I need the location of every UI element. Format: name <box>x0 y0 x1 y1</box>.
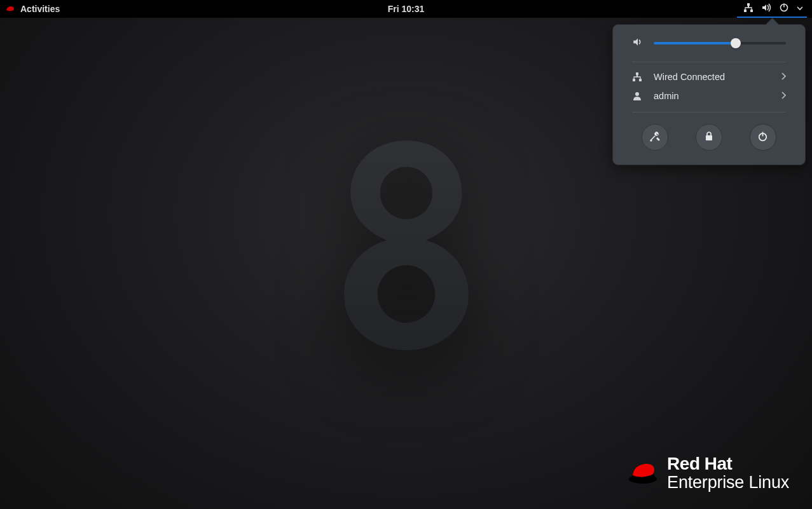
network-wired-icon <box>632 72 642 82</box>
wallpaper-8-glyph <box>340 140 473 353</box>
user-icon <box>632 91 642 101</box>
svg-rect-0 <box>747 3 750 6</box>
svg-rect-8 <box>639 79 642 81</box>
settings-button[interactable] <box>642 124 668 151</box>
chevron-right-icon <box>781 91 786 101</box>
network-label: Wired Connected <box>654 72 769 82</box>
lock-button[interactable] <box>696 124 722 151</box>
svg-rect-10 <box>706 135 712 140</box>
volume-slider-fill <box>654 42 736 44</box>
svg-rect-2 <box>750 10 753 12</box>
user-menu-item[interactable]: admin <box>613 86 805 105</box>
power-icon <box>757 131 768 144</box>
svg-rect-1 <box>744 10 747 12</box>
power-icon <box>779 3 789 15</box>
clock-button[interactable]: Fri 10:31 <box>388 4 425 14</box>
separator <box>632 112 786 112</box>
tools-icon <box>649 130 661 144</box>
action-buttons-row <box>613 124 805 151</box>
network-wired-icon <box>743 3 754 15</box>
top-bar-left: Activities <box>5 4 60 14</box>
brand-line1: Red Hat <box>667 455 789 473</box>
activities-button[interactable]: Activities <box>20 4 60 14</box>
brand-logo: Red Hat Enterprise Linux <box>628 455 789 491</box>
lock-icon <box>704 131 714 144</box>
volume-icon <box>761 3 771 15</box>
brand-line2: Enterprise Linux <box>667 474 789 491</box>
top-bar: Activities Fri 10:31 <box>0 0 812 18</box>
separator <box>632 62 786 62</box>
fedora-hat-icon <box>628 460 658 487</box>
svg-rect-12 <box>762 132 764 136</box>
svg-rect-4 <box>783 3 785 7</box>
chevron-down-icon <box>797 3 803 13</box>
power-button[interactable] <box>750 124 776 151</box>
volume-icon <box>632 36 643 50</box>
redhat-icon <box>5 5 15 13</box>
system-menu-popup: Wired Connected admin <box>612 24 806 165</box>
network-menu-item[interactable]: Wired Connected <box>613 67 805 86</box>
volume-slider[interactable] <box>654 42 786 44</box>
chevron-right-icon <box>781 72 786 82</box>
svg-point-9 <box>635 92 639 96</box>
user-label: admin <box>654 91 769 101</box>
volume-slider-thumb[interactable] <box>731 38 741 48</box>
svg-rect-6 <box>636 72 638 75</box>
svg-rect-7 <box>633 79 635 81</box>
brand-text: Red Hat Enterprise Linux <box>667 455 789 491</box>
volume-row <box>613 36 805 62</box>
system-status-area[interactable] <box>737 0 807 18</box>
